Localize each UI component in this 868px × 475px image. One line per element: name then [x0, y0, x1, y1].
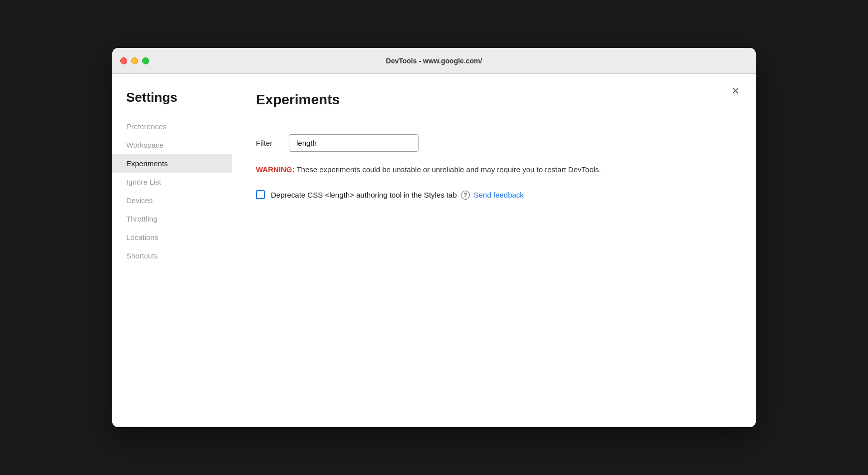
- sidebar-item-experiments[interactable]: Experiments: [112, 154, 232, 173]
- maximize-traffic-light[interactable]: [142, 57, 149, 64]
- sidebar-item-locations[interactable]: Locations: [112, 228, 232, 246]
- content-area: ✕ Experiments Filter WARNING: These expe…: [232, 74, 756, 427]
- traffic-lights: [120, 57, 149, 64]
- filter-label: Filter: [256, 139, 281, 147]
- filter-input[interactable]: [289, 134, 419, 152]
- help-icon[interactable]: ?: [461, 191, 470, 200]
- devtools-window: DevTools - www.google.com/ Settings Pref…: [112, 48, 756, 427]
- experiment-label: Deprecate CSS <length> authoring tool in…: [271, 190, 524, 201]
- sidebar-item-ignore-list[interactable]: Ignore List: [112, 173, 232, 191]
- warning-text: WARNING: These experiments could be unst…: [256, 164, 732, 176]
- sidebar-item-devices[interactable]: Devices: [112, 191, 232, 210]
- page-title: Experiments: [256, 92, 732, 108]
- experiment-checkbox[interactable]: [256, 190, 265, 199]
- warning-box: WARNING: These experiments could be unst…: [256, 164, 732, 176]
- warning-message: These experiments could be unstable or u…: [296, 165, 601, 174]
- window-title: DevTools - www.google.com/: [386, 57, 482, 65]
- sidebar: Settings Preferences Workspace Experimen…: [112, 74, 232, 427]
- sidebar-title: Settings: [112, 90, 232, 117]
- sidebar-item-throttling[interactable]: Throttling: [112, 210, 232, 228]
- sidebar-item-workspace[interactable]: Workspace: [112, 136, 232, 154]
- sidebar-item-preferences[interactable]: Preferences: [112, 117, 232, 136]
- main-content: Settings Preferences Workspace Experimen…: [112, 74, 756, 427]
- minimize-traffic-light[interactable]: [131, 57, 138, 64]
- content-divider: [256, 118, 732, 118]
- send-feedback-link[interactable]: Send feedback: [474, 190, 524, 201]
- close-button[interactable]: ✕: [729, 84, 742, 98]
- filter-row: Filter: [256, 134, 732, 152]
- experiment-label-text: Deprecate CSS <length> authoring tool in…: [271, 190, 457, 201]
- close-traffic-light[interactable]: [120, 57, 127, 64]
- experiment-item: Deprecate CSS <length> authoring tool in…: [256, 190, 732, 201]
- warning-label: WARNING:: [256, 165, 295, 174]
- titlebar: DevTools - www.google.com/: [112, 48, 756, 74]
- sidebar-nav: Preferences Workspace Experiments Ignore…: [112, 117, 232, 265]
- sidebar-item-shortcuts[interactable]: Shortcuts: [112, 246, 232, 265]
